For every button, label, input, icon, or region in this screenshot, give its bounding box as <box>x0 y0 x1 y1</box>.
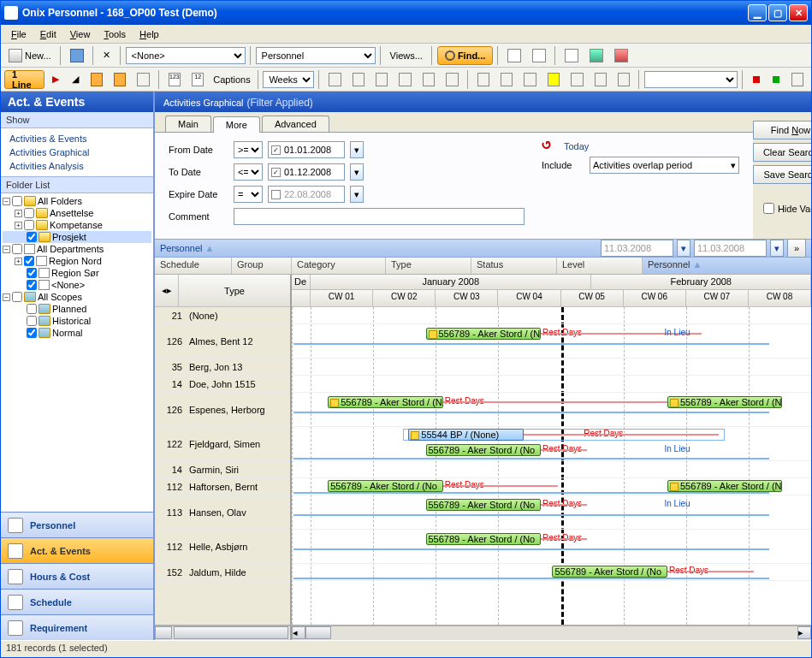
today-icon[interactable] <box>542 141 554 151</box>
date-range-to[interactable]: 11.03.2008 <box>694 240 767 257</box>
gantt-chart[interactable]: 556789 - Aker Stord / (NoRest DaysIn Lie… <box>292 307 811 625</box>
nav-personnel[interactable]: Personnel <box>1 512 153 537</box>
from-date-drop[interactable]: ▾ <box>350 141 364 158</box>
grid-row[interactable]: 113Hansen, Olav <box>155 495 290 530</box>
grid-row[interactable]: 122Fjeldgard, Simen <box>155 427 290 461</box>
grid-row[interactable]: 21(None) <box>155 307 290 324</box>
tab-more[interactable]: More <box>213 116 260 133</box>
col-level[interactable]: Level <box>557 258 643 274</box>
gy-2-icon[interactable] <box>496 70 517 89</box>
gantt-bar[interactable]: 556789 - Aker Stord / (No <box>667 396 783 408</box>
one-line-button[interactable]: 1 Line <box>4 70 44 89</box>
col-schedule[interactable]: Schedule <box>155 258 232 274</box>
module-combo[interactable]: Personnel <box>256 47 376 64</box>
include-combo[interactable]: Activities overlap period▾ <box>590 157 739 174</box>
type-column-header[interactable]: Type <box>179 275 290 307</box>
find-now-button[interactable]: Find Now <box>753 121 811 139</box>
to-date-input[interactable]: ✓01.12.2008 <box>268 163 345 181</box>
views-button[interactable]: Views... <box>386 46 427 65</box>
minimize-button[interactable]: ▁ <box>748 4 767 21</box>
horizontal-scrollbar[interactable]: ◂▸ <box>155 625 811 640</box>
flag2-icon[interactable]: ◢ <box>67 70 84 89</box>
tree-region-nord[interactable]: +Region Nord <box>3 255 151 267</box>
gy-3-icon[interactable] <box>519 70 540 89</box>
gy-7-icon[interactable] <box>613 70 634 89</box>
grid-row[interactable]: 35Berg, Jon 13 <box>155 359 290 376</box>
grid-row[interactable]: 126Almes, Bent 12 <box>155 324 290 359</box>
gantt-bar[interactable]: 556789 - Aker Stord / (No <box>328 396 443 408</box>
find-button[interactable]: Find... <box>437 46 493 65</box>
grid-row[interactable]: 152Jaldum, Hilde <box>155 564 290 581</box>
gx-5-icon[interactable] <box>418 70 439 89</box>
tree-all-folders[interactable]: −All Folders <box>3 195 151 207</box>
menu-tools[interactable]: Tools <box>98 27 131 41</box>
align-left-icon[interactable] <box>86 70 107 89</box>
expire-op[interactable]: = <box>234 186 263 203</box>
grid-row[interactable]: 112Helle, Asbjørn <box>155 530 290 564</box>
grid-row[interactable]: 14Garmin, Siri <box>155 461 290 478</box>
nav-schedule[interactable]: Schedule <box>1 589 153 614</box>
period-combo[interactable]: Weeks <box>263 71 314 88</box>
view-list-icon[interactable] <box>503 46 525 65</box>
gantt-bar[interactable]: 556789 - Aker Stord / (No <box>552 566 667 578</box>
col-type[interactable]: Type <box>386 258 471 274</box>
expire-date-input[interactable]: 22.08.2008 <box>268 186 345 203</box>
from-date-input[interactable]: ✓01.01.2008 <box>268 141 345 158</box>
from-op[interactable]: >= <box>234 141 263 158</box>
gx-4-icon[interactable] <box>394 70 415 89</box>
sidebar-link-activities-events[interactable]: Activities & Events <box>1 132 153 145</box>
nav-requirement[interactable]: Requirement <box>1 614 153 640</box>
close-button[interactable]: ✕ <box>789 4 808 21</box>
print-button[interactable] <box>66 46 88 65</box>
gy-5-icon[interactable] <box>566 70 587 89</box>
project-combo[interactable]: <None> <box>126 47 246 64</box>
more-button[interactable]: » <box>787 239 806 258</box>
captions-button[interactable]: Captions <box>210 70 252 89</box>
bars-icon[interactable] <box>133 70 153 89</box>
menu-view[interactable]: View <box>65 27 96 41</box>
today-link[interactable]: Today <box>559 141 589 151</box>
tb-icon-2[interactable] <box>585 46 608 65</box>
gy-4-icon[interactable] <box>543 70 564 89</box>
tab-main[interactable]: Main <box>165 116 211 132</box>
gantt-bar[interactable]: 556789 - Aker Stord / (No <box>426 533 542 545</box>
comment-input[interactable] <box>234 208 525 225</box>
sidebar-link-activities-analysis[interactable]: Activities Analysis <box>1 159 153 173</box>
gx-6-icon[interactable] <box>442 70 462 89</box>
menu-file[interactable]: File <box>6 27 32 41</box>
gantt-bar[interactable]: 55544 BP / (None) <box>408 429 524 441</box>
clear-search-button[interactable]: Clear Search <box>753 143 811 162</box>
col-personnel[interactable]: Personnel ▲ <box>643 258 811 274</box>
tab-advanced[interactable]: Advanced <box>262 116 329 132</box>
gx-1-icon[interactable] <box>324 70 345 89</box>
red-dot-icon[interactable] <box>748 70 765 89</box>
tree-none-dep[interactable]: <None> <box>3 279 151 291</box>
gantt-bar[interactable]: 556789 - Aker Stord / (No <box>426 499 542 511</box>
tree-prosjekt[interactable]: Prosjekt <box>3 231 151 243</box>
tb-icon-3[interactable] <box>610 46 632 65</box>
to-op[interactable]: <= <box>234 163 263 181</box>
expand-columns-button[interactable]: ◂▸ <box>155 275 179 307</box>
tree-region-sor[interactable]: Region Sør <box>3 267 151 279</box>
view-detail-icon[interactable] <box>528 46 550 65</box>
maximize-button[interactable]: ▢ <box>768 4 787 21</box>
nav-act-events[interactable]: Act. & Events <box>1 537 153 563</box>
tree-ansettelse[interactable]: +Ansettelse <box>3 207 151 219</box>
save-search-button[interactable]: Save Search <box>753 165 811 184</box>
cap2-icon[interactable]: 12 <box>187 70 208 89</box>
tree-planned[interactable]: Planned <box>3 303 151 315</box>
col-category[interactable]: Category <box>292 258 386 274</box>
menu-edit[interactable]: Edit <box>35 27 62 41</box>
menu-help[interactable]: Help <box>134 27 164 41</box>
gantt-bar[interactable]: 556789 - Aker Stord / (No <box>426 328 542 340</box>
gx-3-icon[interactable] <box>371 70 392 89</box>
tree-all-scopes[interactable]: −All Scopes <box>3 291 151 303</box>
nav-hours-cost[interactable]: Hours & Cost <box>1 563 153 589</box>
grid-row[interactable]: 14Doe, John 1515 <box>155 376 290 393</box>
gx-2-icon[interactable] <box>348 70 369 89</box>
gy-1-icon[interactable] <box>473 70 494 89</box>
empty-combo[interactable] <box>644 71 738 88</box>
col-group[interactable]: Group <box>232 258 292 274</box>
date-range-from[interactable]: 11.03.2008 <box>601 240 673 257</box>
grid-row[interactable]: 112Haftorsen, Bernt <box>155 478 290 495</box>
